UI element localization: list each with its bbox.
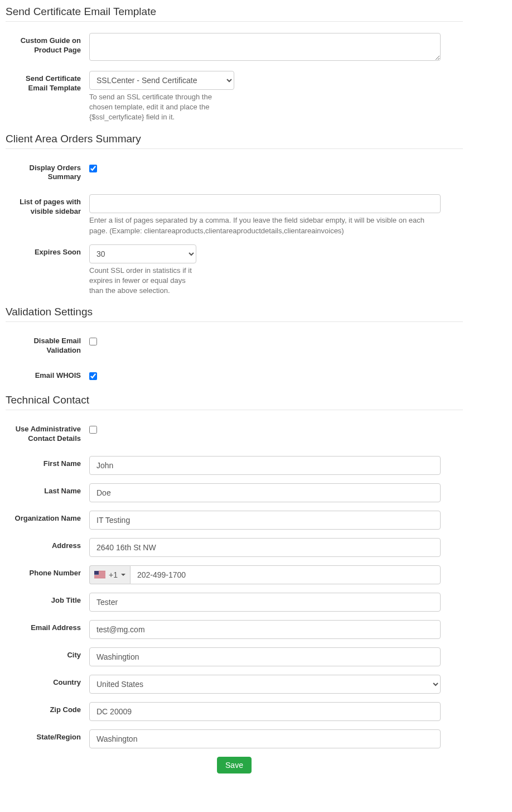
- email-template-select[interactable]: SSLCenter - Send Certificate: [89, 71, 234, 90]
- section-title-certificate: Send Certificate Email Template: [6, 6, 463, 22]
- section-title-validation: Validation Settings: [6, 306, 463, 322]
- email-template-help: To send an SSL certificate through the c…: [89, 92, 234, 123]
- save-button[interactable]: Save: [217, 757, 252, 773]
- email-address-input[interactable]: [89, 620, 441, 639]
- disable-email-label: Disable Email Validation: [6, 333, 89, 355]
- state-label: State/Region: [6, 729, 89, 748]
- last-name-label: Last Name: [6, 483, 89, 502]
- expires-soon-label: Expires Soon: [6, 244, 89, 296]
- phone-label: Phone Number: [6, 565, 89, 584]
- use-admin-label: Use Administrative Contact Details: [6, 421, 89, 444]
- use-admin-checkbox[interactable]: [89, 426, 97, 434]
- address-label: Address: [6, 538, 89, 557]
- display-orders-checkbox[interactable]: [89, 165, 97, 172]
- phone-prefix-text: +1: [109, 570, 118, 579]
- phone-country-selector[interactable]: +1: [89, 565, 130, 584]
- state-input[interactable]: [89, 729, 441, 748]
- email-address-label: Email Address: [6, 620, 89, 639]
- address-input[interactable]: [89, 538, 441, 557]
- job-title-input[interactable]: [89, 593, 441, 612]
- custom-guide-textarea[interactable]: [89, 33, 441, 61]
- disable-email-checkbox[interactable]: [89, 338, 97, 345]
- job-title-label: Job Title: [6, 593, 89, 612]
- last-name-input[interactable]: [89, 483, 441, 502]
- country-label: Country: [6, 675, 89, 694]
- first-name-input[interactable]: [89, 456, 441, 475]
- email-whois-label: Email WHOIS: [6, 368, 89, 382]
- display-orders-label: Display Orders Summary: [6, 160, 89, 182]
- section-title-tech: Technical Contact: [6, 394, 463, 410]
- pages-sidebar-input[interactable]: [89, 194, 441, 213]
- email-whois-checkbox[interactable]: [89, 372, 97, 380]
- first-name-label: First Name: [6, 456, 89, 475]
- org-name-label: Organization Name: [6, 511, 89, 530]
- expires-soon-help: Count SSL order in statistics if it expi…: [89, 266, 201, 296]
- expires-soon-select[interactable]: 30: [89, 244, 196, 263]
- phone-input[interactable]: [130, 565, 441, 584]
- zip-input[interactable]: [89, 702, 441, 721]
- custom-guide-label: Custom Guide on Product Page: [6, 33, 89, 63]
- city-label: City: [6, 647, 89, 666]
- city-input[interactable]: [89, 647, 441, 666]
- pages-sidebar-help: Enter a list of pages separated by a com…: [89, 215, 441, 236]
- country-select[interactable]: United States: [89, 675, 441, 694]
- zip-label: Zip Code: [6, 702, 89, 721]
- section-title-orders: Client Area Orders Summary: [6, 133, 463, 149]
- org-name-input[interactable]: [89, 511, 441, 530]
- email-template-label: Send Certificate Email Template: [6, 71, 89, 123]
- pages-sidebar-label: List of pages with visible sidebar: [6, 194, 89, 236]
- chevron-down-icon: [121, 574, 125, 576]
- flag-us-icon: [94, 571, 105, 578]
